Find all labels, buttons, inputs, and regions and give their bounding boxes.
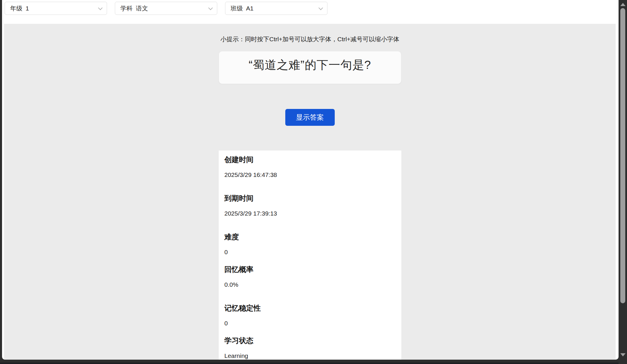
question-card: “蜀道之难”的下一句是? [219, 51, 401, 84]
subject-select-label: 学科 [120, 4, 133, 12]
info-field-recall-probability: 回忆概率 0.0% [225, 265, 396, 289]
main-column: 小提示：同时按下Ctrl+加号可以放大字体，Ctrl+减号可以缩小字体 “蜀道之… [219, 35, 401, 360]
info-field-created: 创建时间 2025/3/29 16:47:38 [225, 155, 396, 179]
content-area: 小提示：同时按下Ctrl+加号可以放大字体，Ctrl+减号可以缩小字体 “蜀道之… [4, 24, 616, 360]
window-frame-left [0, 0, 2, 364]
info-field-label: 难度 [225, 232, 396, 242]
subject-select-value: 语文 [136, 4, 148, 12]
info-field-due: 到期时间 2025/3/29 17:39:13 [225, 193, 396, 218]
info-field-stability: 记忆稳定性 0 [225, 303, 396, 327]
info-field-value: 2025/3/29 16:47:38 [225, 171, 396, 179]
question-text: “蜀道之难”的下一句是? [249, 57, 371, 73]
scroll-down-icon [620, 353, 626, 356]
scrollbar-thumb[interactable] [620, 8, 625, 303]
vertical-scrollbar[interactable] [619, 0, 627, 364]
info-field-value: 0 [225, 248, 396, 256]
info-field-value: 0.0% [225, 281, 396, 289]
info-field-label: 记忆稳定性 [225, 303, 396, 313]
chevron-down-icon [208, 6, 213, 10]
chevron-down-icon [318, 6, 323, 10]
window-frame-bottom [0, 360, 619, 364]
info-field-label: 创建时间 [225, 155, 396, 164]
class-select[interactable]: 班级 A1 [225, 2, 327, 15]
info-field-label: 回忆概率 [225, 265, 396, 274]
filter-bar: 年级 1 学科 语文 班级 A1 [5, 2, 327, 15]
info-field-label: 学习状态 [225, 336, 396, 345]
card-info-panel: 创建时间 2025/3/29 16:47:38 到期时间 2025/3/29 1… [219, 150, 401, 360]
class-select-label: 班级 [231, 4, 243, 12]
scroll-down-button[interactable] [619, 351, 627, 358]
info-field-value: 0 [225, 319, 396, 327]
info-field-difficulty: 难度 0 [225, 232, 396, 256]
grade-select-value: 1 [26, 5, 29, 12]
class-select-value: A1 [246, 5, 254, 12]
scroll-up-button[interactable] [619, 1, 627, 8]
show-answer-button[interactable]: 显示答案 [285, 109, 335, 126]
zoom-tip-text: 小提示：同时按下Ctrl+加号可以放大字体，Ctrl+减号可以缩小字体 [219, 35, 401, 43]
grade-select[interactable]: 年级 1 [5, 2, 107, 15]
page: 年级 1 学科 语文 班级 A1 小提示：同时按下Ctrl+加号可以放大字体，C… [2, 0, 619, 360]
chevron-down-icon [98, 6, 103, 10]
info-field-learning-state: 学习状态 Learning [225, 336, 396, 360]
info-field-label: 到期时间 [225, 193, 396, 203]
scroll-up-icon [620, 3, 626, 6]
subject-select[interactable]: 学科 语文 [115, 2, 217, 15]
info-field-value: Learning [225, 352, 396, 360]
info-field-value: 2025/3/29 17:39:13 [225, 209, 396, 218]
grade-select-label: 年级 [10, 4, 22, 12]
